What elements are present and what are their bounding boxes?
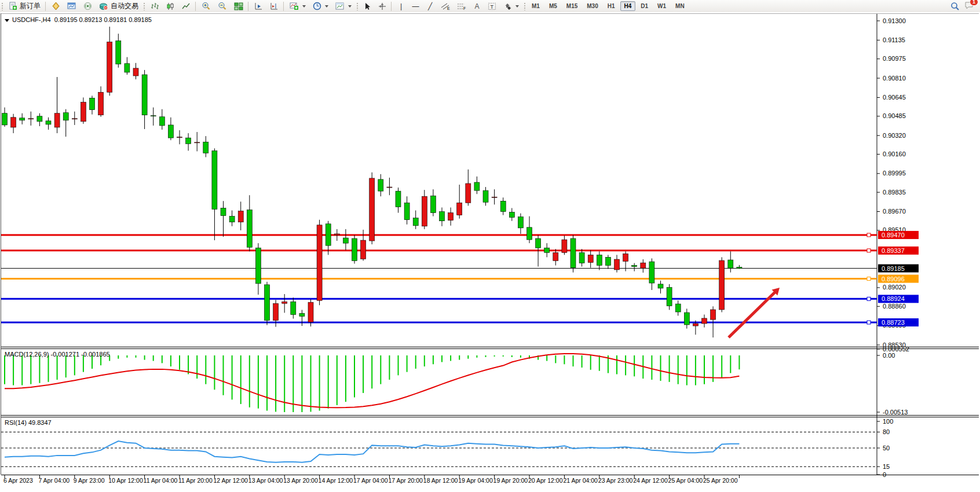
candle-body[interactable] [553, 252, 558, 260]
tf-button-m15[interactable]: M15 [562, 1, 582, 11]
candle-body[interactable] [562, 240, 567, 252]
candle-body[interactable] [203, 142, 209, 153]
candle-body[interactable] [361, 240, 366, 259]
autotrade-button[interactable]: 自动交易 [96, 0, 142, 12]
candle-body[interactable] [483, 190, 488, 202]
candle-body[interactable] [107, 42, 112, 92]
candle-body[interactable] [684, 313, 689, 325]
tf-button-mn[interactable]: MN [671, 1, 689, 11]
notifications-button[interactable]: 1 [964, 1, 974, 12]
periods-button[interactable] [309, 0, 332, 12]
candle-body[interactable] [133, 68, 138, 76]
toolbar-drag-handle[interactable] [524, 2, 526, 10]
equidistant-channel-tool[interactable]: E [437, 0, 454, 12]
candle-body[interactable] [544, 248, 550, 252]
candle-body[interactable] [54, 113, 60, 127]
tf-button-m5[interactable]: M5 [545, 1, 561, 11]
candle-body[interactable] [509, 212, 514, 218]
candle-body[interactable] [702, 318, 707, 324]
trendline-tool[interactable]: ╱ [423, 0, 437, 12]
candle-body[interactable] [440, 212, 445, 221]
tf-button-m30[interactable]: M30 [583, 1, 602, 11]
candle-body[interactable] [229, 216, 235, 222]
candle-body[interactable] [177, 137, 182, 138]
candle-body[interactable] [116, 41, 121, 64]
candle-body[interactable] [693, 324, 698, 326]
line-handle[interactable] [867, 233, 871, 237]
candle-body[interactable] [63, 113, 68, 120]
candle-body[interactable] [72, 119, 77, 119]
line-handle[interactable] [867, 321, 871, 324]
candle-body[interactable] [378, 179, 383, 191]
candle-body[interactable] [422, 196, 427, 226]
market-watch-button[interactable] [48, 0, 64, 12]
toolbar-drag-handle[interactable] [1, 2, 4, 10]
candle-body[interactable] [404, 203, 409, 219]
bar-chart-type-button[interactable] [147, 0, 163, 12]
tf-button-h1[interactable]: H1 [604, 1, 619, 11]
line-handle[interactable] [867, 277, 871, 281]
candle-body[interactable] [247, 210, 252, 247]
tf-button-m1[interactable]: M1 [528, 1, 544, 11]
chart-dropdown-icon[interactable] [5, 19, 9, 22]
candle-body[interactable] [579, 252, 584, 263]
tf-button-h4[interactable]: H4 [620, 1, 636, 11]
candle-body[interactable] [658, 284, 663, 288]
candle-body[interactable] [326, 224, 331, 245]
candle-body[interactable] [667, 288, 672, 306]
crosshair-button[interactable] [375, 0, 390, 12]
candle-body[interactable] [711, 310, 716, 320]
candle-body[interactable] [255, 248, 261, 284]
candle-body[interactable] [238, 211, 243, 222]
candle-body[interactable] [430, 196, 436, 212]
candle-body[interactable] [588, 255, 593, 262]
candle-body[interactable] [168, 125, 173, 138]
new-order-button[interactable]: 新订单 [5, 0, 44, 12]
fibonacci-tool[interactable]: F [454, 0, 470, 12]
candle-body[interactable] [151, 116, 156, 116]
candle-body[interactable] [2, 113, 8, 125]
candle-body[interactable] [334, 234, 339, 235]
search-icon[interactable] [950, 2, 960, 11]
signals-button[interactable] [80, 0, 96, 12]
candle-body[interactable] [308, 302, 313, 322]
chart-header[interactable]: USDCHF-,H4 0.89195 0.89213 0.89181 0.891… [5, 16, 152, 23]
candle-body[interactable] [632, 266, 637, 267]
candle-body[interactable] [142, 75, 147, 115]
candle-body[interactable] [46, 121, 51, 124]
tf-button-d1[interactable]: D1 [637, 1, 652, 11]
candle-body[interactable] [675, 304, 681, 312]
candle-body[interactable] [571, 238, 576, 268]
tf-button-w1[interactable]: W1 [653, 1, 670, 11]
text-label-tool[interactable]: T [484, 0, 500, 12]
candle-body[interactable] [649, 262, 654, 283]
candle-body[interactable] [527, 227, 532, 240]
candle-body[interactable] [370, 178, 375, 241]
candle-body[interactable] [90, 98, 95, 109]
candle-body[interactable] [719, 260, 725, 310]
candle-body[interactable] [195, 142, 200, 143]
candle-body[interactable] [641, 263, 646, 268]
chart-canvas[interactable]: 0.913000.911350.909750.908100.906450.904… [0, 13, 980, 492]
auto-scroll-button[interactable] [251, 0, 266, 12]
candle-body[interactable] [37, 116, 42, 122]
candle-body[interactable] [291, 302, 296, 314]
candle-body[interactable] [448, 213, 454, 221]
candle-body[interactable] [11, 118, 16, 127]
arrows-tool[interactable] [500, 0, 522, 12]
toolbar-drag-handle[interactable] [356, 2, 359, 10]
candle-body[interactable] [28, 119, 34, 119]
candle-body[interactable] [20, 118, 25, 120]
line-chart-type-button[interactable] [178, 0, 194, 12]
candle-body[interactable] [457, 203, 462, 215]
tile-windows-button[interactable] [231, 0, 247, 12]
candle-body[interactable] [299, 313, 305, 316]
horizontal-line-tool[interactable]: — [408, 0, 423, 12]
candle-body[interactable] [387, 187, 392, 188]
text-tool[interactable]: A [470, 0, 484, 12]
candle-body[interactable] [597, 255, 602, 265]
candle-body[interactable] [212, 150, 217, 209]
templates-button[interactable] [332, 0, 355, 12]
candle-body[interactable] [186, 138, 191, 144]
zoom-out-button[interactable] [214, 0, 231, 12]
